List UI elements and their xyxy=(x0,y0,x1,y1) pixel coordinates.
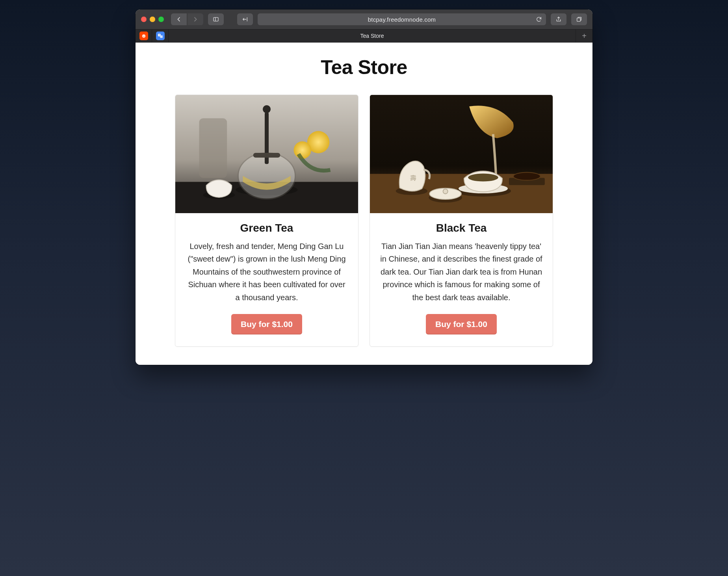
favorite-reddit[interactable] xyxy=(136,30,152,42)
favorite-google-translate[interactable]: G xyxy=(152,30,169,42)
svg-rect-2 xyxy=(577,18,581,22)
svg-point-25 xyxy=(468,173,498,181)
sidebar-icon xyxy=(213,16,219,22)
reddit-icon xyxy=(139,32,148,40)
page-content: Tea Store xyxy=(136,43,592,365)
product-image-black-tea: 壽 xyxy=(370,95,553,213)
product-title: Green Tea xyxy=(240,222,293,234)
product-grid: Green Tea Lovely, fresh and tender, Meng… xyxy=(175,95,553,347)
product-description: Tian Jian Tian Jian means 'heavenly tipp… xyxy=(380,240,542,304)
product-body-black-tea: Black Tea Tian Jian Tian Jian means 'hea… xyxy=(370,213,553,346)
svg-point-28 xyxy=(443,189,448,194)
svg-point-13 xyxy=(294,141,311,159)
svg-text:G: G xyxy=(158,34,160,36)
browser-window: btcpay.freedomnode.com xyxy=(136,9,592,365)
page-title: Tea Store xyxy=(175,56,553,79)
window-minimize-button[interactable] xyxy=(150,17,155,22)
address-bar[interactable]: btcpay.freedomnode.com xyxy=(258,13,546,25)
tab-title: Tea Store xyxy=(360,33,384,39)
product-body-green-tea: Green Tea Lovely, fresh and tender, Meng… xyxy=(175,213,358,346)
product-title: Black Tea xyxy=(436,222,487,234)
product-card-black-tea: 壽 Black Tea Tian Jian Tian Jian means 'h… xyxy=(370,95,553,347)
tabs-overview-button[interactable] xyxy=(571,13,587,25)
window-controls xyxy=(141,17,164,22)
active-tab[interactable]: Tea Store xyxy=(169,30,576,42)
new-tab-button[interactable]: + xyxy=(576,30,592,42)
nav-buttons xyxy=(171,13,203,25)
svg-text:壽: 壽 xyxy=(410,174,416,181)
window-close-button[interactable] xyxy=(141,17,147,22)
svg-rect-0 xyxy=(214,17,218,21)
product-card-green-tea: Green Tea Lovely, fresh and tender, Meng… xyxy=(175,95,358,347)
buy-button-green-tea[interactable]: Buy for $1.00 xyxy=(231,314,302,334)
reload-button[interactable] xyxy=(536,16,542,22)
address-bar-url: btcpay.freedomnode.com xyxy=(273,16,531,23)
product-description: Lovely, fresh and tender, Meng Ding Gan … xyxy=(186,240,348,304)
svg-rect-10 xyxy=(199,118,227,178)
reader-icon xyxy=(242,16,248,22)
svg-point-17 xyxy=(263,105,271,113)
sidebar-toggle-button[interactable] xyxy=(208,13,224,25)
share-icon xyxy=(555,16,562,22)
reload-icon xyxy=(536,16,542,22)
svg-rect-7 xyxy=(160,35,162,38)
chevron-left-icon xyxy=(176,16,182,22)
back-button[interactable] xyxy=(171,13,187,25)
reader-toggle-button[interactable] xyxy=(237,13,253,25)
buy-button-black-tea[interactable]: Buy for $1.00 xyxy=(426,314,497,334)
svg-rect-18 xyxy=(253,153,280,158)
svg-point-32 xyxy=(513,172,540,180)
forward-button[interactable] xyxy=(188,13,203,25)
chevron-right-icon xyxy=(192,16,199,22)
tabs-icon xyxy=(576,16,582,22)
tab-strip: G Tea Store + xyxy=(136,29,592,43)
svg-point-4 xyxy=(143,35,143,36)
share-button[interactable] xyxy=(551,13,566,25)
window-zoom-button[interactable] xyxy=(158,17,164,22)
browser-toolbar: btcpay.freedomnode.com xyxy=(136,9,592,29)
svg-point-5 xyxy=(144,35,145,36)
translate-icon: G xyxy=(156,32,165,40)
svg-point-3 xyxy=(142,35,145,38)
product-image-green-tea xyxy=(175,95,358,213)
